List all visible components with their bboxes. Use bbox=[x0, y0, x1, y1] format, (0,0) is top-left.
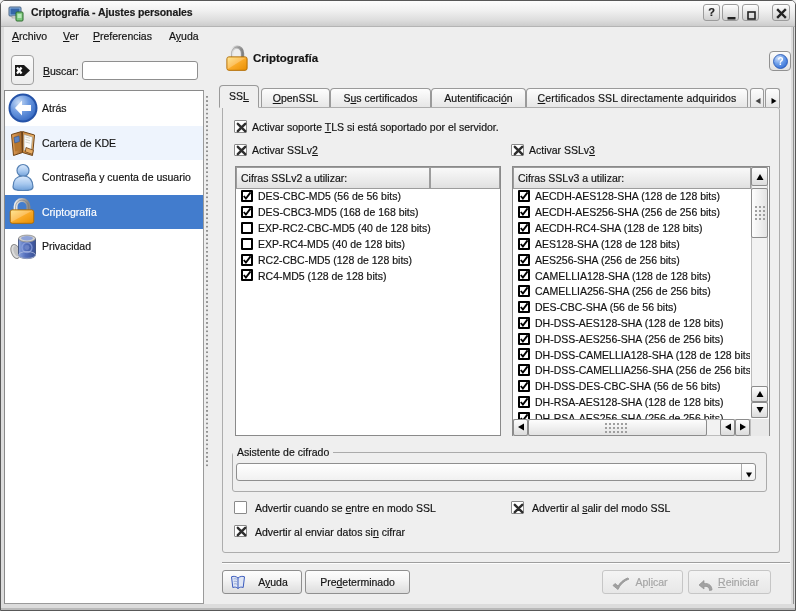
svg-text:?: ? bbox=[777, 56, 783, 67]
